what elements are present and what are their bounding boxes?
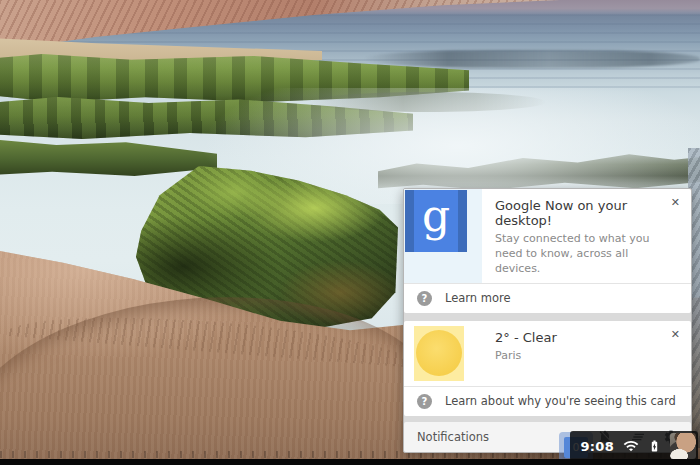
learn-more-label: Learn more: [445, 291, 511, 305]
system-tray[interactable]: 9:08: [570, 431, 698, 461]
notification-body: Stay connected to what you need to know,…: [495, 232, 665, 277]
learn-why-label: Learn about why you're seeing this card: [445, 394, 676, 408]
close-icon[interactable]: ✕: [669, 327, 682, 342]
notification-title: Google Now on your desktop!: [495, 198, 665, 228]
sun-icon: [416, 330, 462, 376]
clock: 9:08: [580, 439, 614, 454]
learn-why-button[interactable]: ? Learn about why you're seeing this car…: [404, 386, 691, 416]
help-icon: ?: [417, 394, 432, 409]
weather-tile: [414, 326, 464, 381]
weather-title: 2° - Clear: [495, 330, 665, 345]
help-icon: ?: [417, 291, 432, 306]
wifi-icon: [623, 438, 639, 454]
user-avatar: [670, 433, 696, 459]
google-logo-icon: g: [405, 190, 467, 252]
google-g-glyph: g: [422, 194, 450, 238]
weather-location: Paris: [495, 349, 665, 364]
close-icon[interactable]: ✕: [669, 195, 682, 210]
notification-card-google-now[interactable]: g Google Now on your desktop! Stay conne…: [404, 189, 691, 313]
notifications-label: Notifications: [417, 430, 489, 444]
learn-more-button[interactable]: ? Learn more: [404, 283, 691, 313]
notification-card-weather[interactable]: 2° - Clear Paris ✕ ? Learn about why you…: [404, 321, 691, 416]
notification-image-area: g: [404, 189, 482, 283]
shelf-edge: [0, 459, 700, 465]
battery-icon: [648, 437, 661, 455]
notification-center: g Google Now on your desktop! Stay conne…: [403, 188, 692, 453]
wallpaper-reef: [364, 50, 700, 68]
notification-image-area: [404, 321, 482, 386]
desktop: g Google Now on your desktop! Stay conne…: [0, 0, 700, 465]
